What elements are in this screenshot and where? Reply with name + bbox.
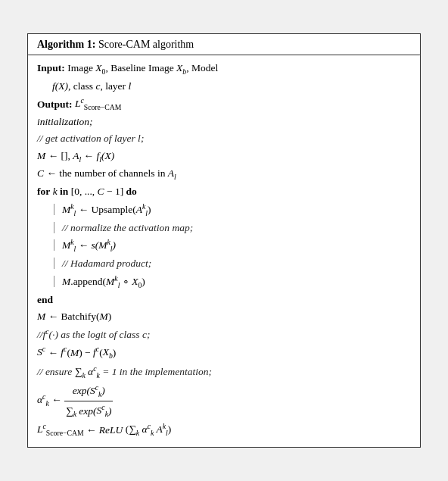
algorithm-box: Algorithm 1: Score-CAM algorithm Input: … <box>27 33 421 448</box>
input-line-2: f(X), class c, layer l <box>37 78 411 95</box>
algorithm-title: Score-CAM algorithm <box>98 39 194 50</box>
output-line: Output: LcScore−CAM <box>37 95 411 114</box>
comment-hadamard: // Hadamard product; <box>37 255 411 272</box>
input-line: Input: Image X0, Baseline Image Xb, Mode… <box>37 60 411 78</box>
line-m-al: M ← [], Al ← fl(X) <box>37 148 411 166</box>
line-append: M.append(Mkl ∘ X0) <box>37 272 411 291</box>
line-sc: Sc ← fc(M) − fc(Xb) <box>37 343 411 362</box>
algorithm-header: Algorithm 1: Score-CAM algorithm <box>28 34 420 55</box>
line-upsample: Mkl ← Upsample(Akl) <box>37 200 411 219</box>
end-line: end <box>37 292 411 308</box>
comment-logit: //fc(·) as the logit of class c; <box>37 325 411 343</box>
line-c: C ← the number of channels in Al <box>37 165 411 183</box>
algorithm-label: Algorithm 1: <box>37 39 95 50</box>
comment-activation: // get activation of layer l; <box>37 130 411 147</box>
line-batchify: M ← Batchify(M) <box>37 308 411 325</box>
comment-ensure: // ensure ∑k αck = 1 in the implementati… <box>37 362 411 381</box>
comment-normalize: // normalize the activation map; <box>37 220 411 236</box>
line-alpha: αck ← exp(Sck) ∑k exp(Sck) <box>37 381 411 420</box>
init-line: initialization; <box>37 114 411 130</box>
for-line: for k in [0, ..., C − 1] do <box>37 183 411 200</box>
algorithm-body: Input: Image X0, Baseline Image Xb, Mode… <box>28 55 420 447</box>
line-normalize: Mkl ← s(Mkl) <box>37 236 411 255</box>
line-final: LcScore−CAM ← ReLU (∑k αck Akl) <box>37 420 411 439</box>
